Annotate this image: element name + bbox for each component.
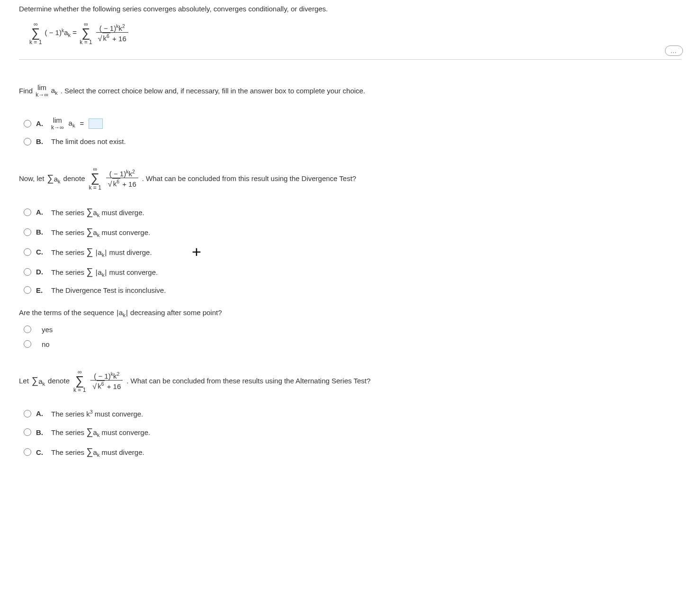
q4-radio-b[interactable] bbox=[24, 428, 31, 436]
q3-radio-no[interactable] bbox=[24, 340, 31, 348]
q2-choice-d[interactable]: D. The series ∑ |ak| must converge. bbox=[24, 266, 681, 278]
q3-prompt: Are the terms of the sequence |ak| decre… bbox=[19, 308, 681, 318]
q2-choice-c[interactable]: C. The series ∑ |ak| must diverge. + bbox=[24, 246, 681, 258]
limit-expression: lim k→∞ bbox=[51, 116, 64, 131]
choice-letter: A. bbox=[36, 208, 46, 216]
q2-radio-b[interactable] bbox=[24, 228, 31, 236]
q2-choice-e[interactable]: E. The Divergence Test is inconclusive. bbox=[24, 286, 681, 294]
q3-choice-yes[interactable]: yes bbox=[24, 326, 681, 334]
ak-term: ak bbox=[69, 119, 75, 128]
choice-text: The Divergence Test is inconclusive. bbox=[51, 286, 166, 294]
equals-sign: = bbox=[80, 119, 84, 127]
q4-choice-b[interactable]: B. The series ∑ak must converge. bbox=[24, 426, 681, 438]
more-button[interactable]: … bbox=[665, 45, 683, 56]
q2-choice-a[interactable]: A. The series ∑ak must diverge. bbox=[24, 207, 681, 218]
q4-radio-a[interactable] bbox=[24, 410, 31, 417]
choice-letter: E. bbox=[36, 286, 46, 294]
choice-text: The series k3 must converge. bbox=[51, 409, 143, 418]
q2-radio-d[interactable] bbox=[24, 268, 31, 276]
q1-radio-b[interactable] bbox=[24, 138, 31, 145]
q4-choice-c[interactable]: C. The series ∑ak must diverge. bbox=[24, 446, 681, 458]
q1-choice-b[interactable]: B. The limit does not exist. bbox=[24, 137, 681, 145]
answer-input-box[interactable] bbox=[89, 118, 103, 129]
choice-text: The series ∑ak must converge. bbox=[51, 426, 150, 438]
choice-letter: B. bbox=[36, 137, 46, 145]
series-formula: ∞ ∑ k = 1 ( − 1)kak = ∞ ∑ k = 1 ( − 1)kk… bbox=[28, 21, 681, 45]
choice-text: no bbox=[42, 340, 50, 348]
choice-text: The series ∑ak must converge. bbox=[51, 226, 150, 238]
question-stem: Determine whether the following series c… bbox=[19, 5, 681, 13]
cursor-icon: + bbox=[192, 244, 201, 260]
choice-text: The series ∑ak must diverge. bbox=[51, 207, 144, 218]
q4-choice-a[interactable]: A. The series k3 must converge. bbox=[24, 409, 681, 418]
choice-letter: B. bbox=[36, 228, 46, 236]
q2-prompt: Now, let ∑ak denote ∞ ∑ k = 1 ( − 1)kk2 … bbox=[19, 166, 356, 190]
section-divider bbox=[19, 59, 681, 60]
choice-text: The series ∑ |ak| must converge. bbox=[51, 266, 158, 278]
choice-text: The series ∑ |ak| must diverge. bbox=[51, 246, 152, 258]
choice-letter: A. bbox=[36, 119, 46, 127]
choice-text: The limit does not exist. bbox=[51, 137, 126, 145]
choice-letter: B. bbox=[36, 428, 46, 436]
q1-radio-a[interactable] bbox=[24, 120, 31, 127]
q3-radio-yes[interactable] bbox=[24, 326, 31, 333]
choice-text: The series ∑ak must diverge. bbox=[51, 446, 144, 458]
choice-letter: C. bbox=[36, 448, 46, 456]
q1-choice-a[interactable]: A. lim k→∞ ak = bbox=[24, 116, 681, 131]
q4-prompt: Let ∑ak denote ∞ ∑ k = 1 ( − 1)kk2 √k6 +… bbox=[19, 369, 370, 393]
q2-radio-c[interactable] bbox=[24, 248, 31, 256]
q2-radio-a[interactable] bbox=[24, 208, 31, 216]
choice-letter: C. bbox=[36, 248, 46, 256]
choice-letter: A. bbox=[36, 409, 46, 417]
q1-prompt: Find lim k→∞ ak . Select the correct cho… bbox=[19, 83, 365, 98]
q2-radio-e[interactable] bbox=[24, 286, 31, 294]
choice-text: yes bbox=[42, 326, 53, 334]
q4-radio-c[interactable] bbox=[24, 448, 31, 456]
q3-choice-no[interactable]: no bbox=[24, 340, 681, 348]
choice-letter: D. bbox=[36, 268, 46, 276]
q2-choice-b[interactable]: B. The series ∑ak must converge. bbox=[24, 226, 681, 238]
